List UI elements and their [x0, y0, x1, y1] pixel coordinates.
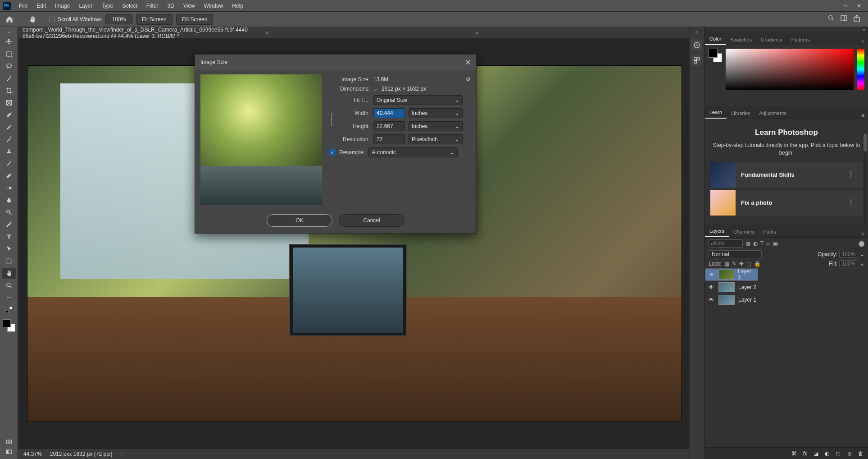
healing-brush-tool[interactable] — [2, 122, 16, 133]
filter-pixel-icon[interactable]: ▦ — [745, 240, 750, 247]
dialog-close-icon[interactable]: ✕ — [465, 58, 471, 67]
status-chevron-icon[interactable]: 〉 — [120, 450, 126, 458]
menu-3d[interactable]: 3D — [163, 1, 178, 11]
shape-tool[interactable] — [2, 256, 16, 266]
blur-tool[interactable] — [2, 195, 16, 206]
blend-mode-select[interactable]: Normal — [709, 250, 762, 258]
doc-expand-icon[interactable]: « — [268, 30, 689, 36]
screen-mode-icon[interactable] — [4, 448, 14, 455]
layer-thumb[interactable] — [718, 282, 735, 292]
menu-window[interactable]: Window — [200, 1, 228, 11]
properties-panel-icon[interactable] — [691, 55, 702, 66]
fill-input[interactable]: 100% — [839, 260, 858, 267]
chevron-down-icon[interactable]: ⌄ — [373, 86, 378, 92]
fill-screen-button[interactable]: Fill Screen — [176, 14, 214, 25]
window-minimize-button[interactable]: ─ — [824, 1, 836, 10]
brush-tool[interactable] — [2, 134, 16, 145]
width-unit-select[interactable]: Inches⌄ — [409, 108, 463, 118]
color-swap-icon[interactable] — [2, 304, 16, 315]
visibility-icon[interactable]: 👁 — [708, 284, 715, 290]
dodge-tool[interactable] — [2, 207, 16, 218]
lesson-fundamental-skills[interactable]: Fundamental Skills 〉 — [710, 162, 863, 188]
tab-learn[interactable]: Learn — [705, 107, 727, 119]
panel-color-swatches[interactable] — [709, 49, 722, 62]
learn-scrollbar[interactable] — [863, 133, 867, 223]
layer-thumb[interactable] — [718, 270, 734, 280]
layer-thumb[interactable] — [718, 295, 735, 305]
layer-row[interactable]: 👁 Layer 1 — [705, 294, 868, 306]
menu-help[interactable]: Help — [227, 1, 248, 11]
fit-screen-button[interactable]: Fit Screen — [136, 14, 173, 25]
menu-view[interactable]: View — [179, 1, 200, 11]
delete-layer-icon[interactable]: 🗑 — [858, 450, 863, 457]
lock-artboard-icon[interactable]: ▢ — [746, 261, 751, 267]
type-tool[interactable] — [2, 231, 16, 242]
chevron-down-icon[interactable]: ⌄ — [860, 261, 864, 267]
opacity-input[interactable]: 100% — [839, 251, 858, 258]
window-close-button[interactable]: ✕ — [853, 1, 865, 10]
layers-panel-menu-icon[interactable]: ≡ — [858, 231, 868, 237]
layer-name[interactable]: Layer 3 — [738, 268, 755, 281]
filter-adjust-icon[interactable]: ◐ — [753, 240, 758, 247]
lock-pixels-icon[interactable]: ✎ — [732, 261, 736, 267]
status-zoom[interactable]: 44.37% — [23, 451, 42, 457]
search-icon[interactable] — [827, 14, 835, 24]
magic-wand-tool[interactable] — [2, 73, 16, 84]
resample-select[interactable]: Automatic⌄ — [368, 147, 458, 157]
tab-channels[interactable]: Channels — [729, 226, 759, 237]
window-maximize-button[interactable]: ▭ — [838, 1, 851, 10]
link-dimensions-icon[interactable]: ⎡⎣ — [329, 108, 336, 131]
toolbar-collapse-icon[interactable]: » — [0, 30, 18, 35]
group-icon[interactable]: 🗀 — [836, 450, 841, 457]
share-icon[interactable] — [853, 14, 861, 24]
dialog-preview[interactable] — [200, 74, 322, 205]
home-icon[interactable] — [4, 14, 15, 25]
panels-collapse-icon[interactable]: » — [705, 27, 868, 32]
filter-toggle-icon[interactable]: ⬤ — [859, 240, 864, 247]
gradient-tool[interactable] — [2, 183, 16, 193]
layer-row[interactable]: 👁 Layer 2 — [705, 281, 868, 294]
scroll-all-windows-checkbox[interactable]: Scroll All Windows — [50, 16, 102, 23]
filter-type-icon[interactable]: T — [760, 240, 763, 247]
menu-type[interactable]: Type — [97, 1, 118, 11]
resample-checkbox[interactable]: ✓ — [329, 149, 336, 156]
edit-toolbar-icon[interactable]: ⋯ — [2, 292, 16, 303]
history-panel-icon[interactable] — [691, 40, 702, 50]
layer-name[interactable]: Layer 2 — [738, 284, 756, 290]
move-tool[interactable] — [2, 37, 16, 47]
layer-mask-icon[interactable]: ◪ — [813, 450, 818, 457]
gear-icon[interactable]: ⚙ — [466, 76, 471, 83]
layer-kind-input[interactable] — [714, 240, 732, 247]
lasso-tool[interactable] — [2, 61, 16, 72]
lock-position-icon[interactable]: ✥ — [739, 261, 744, 267]
layer-name[interactable]: Layer 1 — [738, 297, 756, 303]
menu-select[interactable]: Select — [118, 1, 141, 11]
resolution-input[interactable]: 72 — [373, 134, 405, 144]
fit-to-select[interactable]: Original Size⌄ — [373, 95, 463, 105]
close-tab-icon[interactable]: × — [265, 30, 268, 36]
tab-adjustments[interactable]: Adjustments — [754, 108, 791, 119]
color-panel-menu-icon[interactable]: ≡ — [858, 39, 868, 45]
tab-gradients[interactable]: Gradients — [756, 34, 787, 45]
visibility-icon[interactable]: 👁 — [708, 271, 715, 278]
lesson-fix-a-photo[interactable]: Fix a photo 〉 — [710, 190, 863, 216]
menu-filter[interactable]: Filter — [142, 1, 163, 11]
document-tab[interactable]: bompom._World_Through_the_Viewfinder_of_… — [23, 27, 268, 39]
cancel-button[interactable]: Cancel — [339, 214, 404, 227]
zoom-tool[interactable] — [2, 280, 16, 291]
resolution-unit-select[interactable]: Pixels/Inch⌄ — [409, 134, 463, 144]
chevron-down-icon[interactable]: ⌄ — [860, 251, 864, 257]
lock-transparent-icon[interactable]: ▩ — [724, 261, 729, 267]
hand-tool-icon[interactable] — [27, 14, 38, 25]
tab-swatches[interactable]: Swatches — [726, 34, 756, 45]
visibility-icon[interactable]: 👁 — [708, 297, 715, 303]
color-swatches[interactable] — [3, 319, 15, 332]
color-saturation-picker[interactable] — [726, 49, 854, 90]
tab-patterns[interactable]: Patterns — [787, 34, 814, 45]
pen-tool[interactable] — [2, 219, 16, 230]
lock-all-icon[interactable]: 🔒 — [754, 261, 761, 267]
marquee-tool[interactable] — [2, 49, 16, 60]
adjustment-layer-icon[interactable]: ◐ — [825, 450, 829, 457]
hand-tool[interactable] — [2, 268, 16, 279]
new-layer-icon[interactable]: ⊞ — [847, 450, 852, 457]
